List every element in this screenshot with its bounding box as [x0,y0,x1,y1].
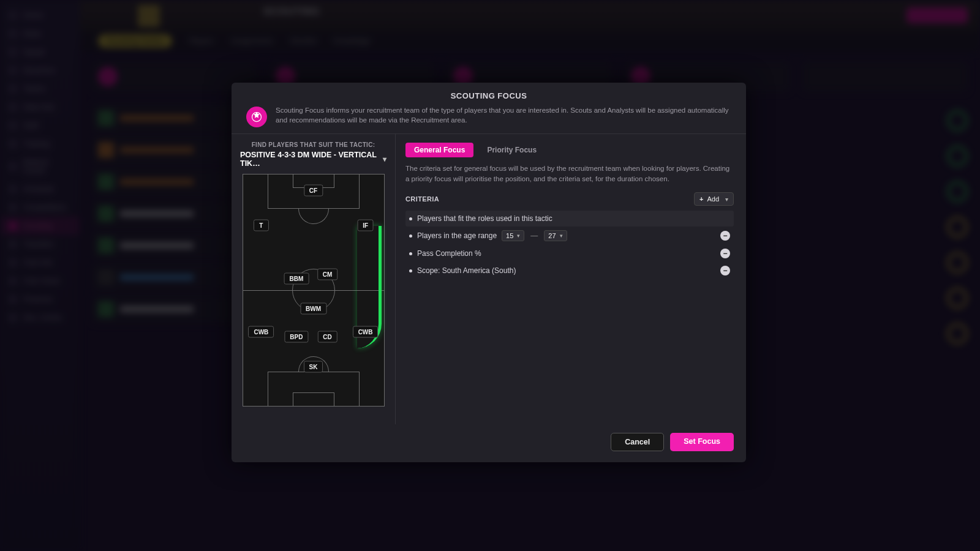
tactic-dropdown[interactable]: POSITIVE 4-3-3 DM WIDE - VERTICAL TIK… ▾ [240,151,386,168]
focus-tabs: General Focus Priority Focus [405,143,734,157]
plus-icon: + [699,195,703,203]
range-dash: — [530,231,538,240]
criteria-text: Scope: South America (South) [417,266,516,275]
role-cwb-right[interactable]: CWB [353,326,379,338]
age-max-select[interactable]: 27 ▾ [544,230,567,241]
criteria-row-pass[interactable]: Pass Completion % − [405,245,734,262]
cancel-button[interactable]: Cancel [611,433,664,451]
focus-icon [246,107,267,127]
criteria-label: CRITERIA [405,195,439,203]
tactic-caption: FIND PLAYERS THAT SUIT THE TACTIC: [240,141,386,148]
age-max-value: 27 [548,232,556,239]
criteria-row-roles[interactable]: Players that fit the roles used in this … [405,211,734,227]
modal-title: SCOUTING FOCUS [232,83,746,105]
bullet-icon [409,252,412,255]
remove-criteria-button[interactable]: − [720,231,730,241]
role-if[interactable]: IF [357,220,374,231]
criteria-text: Players in the age range [417,231,497,240]
bullet-icon [409,269,412,272]
role-sk[interactable]: SK [304,361,323,372]
set-focus-button[interactable]: Set Focus [670,433,734,451]
criteria-text: Pass Completion % [417,249,481,258]
chevron-down-icon: ▾ [725,196,728,203]
bullet-icon [409,217,412,220]
age-min-select[interactable]: 15 ▾ [502,230,524,241]
criteria-text: Players that fit the roles used in this … [417,214,552,223]
role-bwm[interactable]: BWM [300,303,326,315]
add-criteria-button[interactable]: + Add ▾ [694,192,734,206]
role-cwb-left[interactable]: CWB [248,326,274,338]
chevron-down-icon: ▾ [383,155,386,163]
role-t[interactable]: T [254,220,268,231]
focus-column: General Focus Priority Focus The criteri… [396,134,746,424]
remove-criteria-button[interactable]: − [720,266,730,276]
criteria-list: Players that fit the roles used in this … [405,211,734,279]
role-bbm[interactable]: BBM [284,273,309,285]
age-min-value: 15 [506,232,513,239]
tab-priority-focus[interactable]: Priority Focus [478,143,545,157]
add-label: Add [707,195,719,203]
role-bpd[interactable]: BPD [284,331,308,342]
role-cf[interactable]: CF [304,185,323,197]
remove-criteria-button[interactable]: − [720,249,730,258]
modal-footer: Cancel Set Focus [232,424,746,462]
focus-description: The criteria set for general focus will … [405,163,734,184]
criteria-row-scope[interactable]: Scope: South America (South) − [405,262,734,279]
modal-intro-text: Scouting Focus informs your recruitment … [276,105,731,125]
role-cd[interactable]: CD [317,331,337,342]
role-cm[interactable]: CM [317,268,338,280]
scouting-focus-modal: SCOUTING FOCUS Scouting Focus informs yo… [232,83,746,462]
bullet-icon [409,234,412,238]
criteria-row-age[interactable]: Players in the age range 15 ▾ — 27 ▾ − [405,227,734,245]
tactic-pitch: CF T IF BBM CM BWM CWB BPD CD CWB SK [243,174,385,407]
tab-general-focus[interactable]: General Focus [405,143,473,157]
modal-intro: Scouting Focus informs your recruitment … [232,105,746,133]
chevron-down-icon: ▾ [560,233,563,239]
tactic-column: FIND PLAYERS THAT SUIT THE TACTIC: POSIT… [232,134,396,424]
tactic-name: POSITIVE 4-3-3 DM WIDE - VERTICAL TIK… [240,151,379,168]
chevron-down-icon: ▾ [517,233,520,239]
